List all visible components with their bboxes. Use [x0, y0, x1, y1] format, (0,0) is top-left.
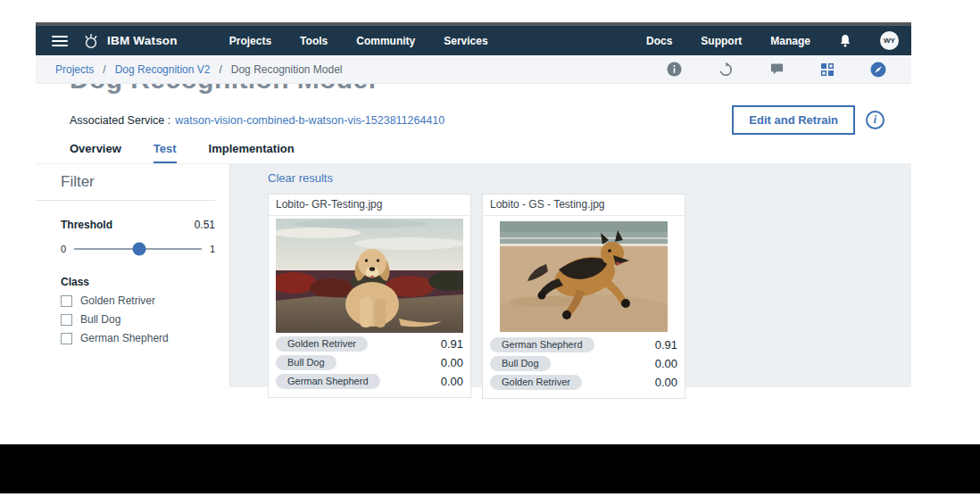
score-value: 0.00 [441, 356, 463, 369]
threshold-value: 0.51 [195, 219, 215, 231]
class-pill: Golden Retriver [490, 375, 582, 390]
score-value: 0.00 [441, 375, 463, 388]
german-shepherd-photo [500, 221, 668, 332]
nav-item-tools[interactable]: Tools [300, 35, 328, 47]
score-value: 0.00 [655, 357, 677, 370]
breadcrumb-current: Dog Recognition Model [231, 63, 343, 76]
score-rows: German Shepherd 0.91 Bull Dog 0.00 Golde… [483, 337, 685, 398]
threshold-label: Threshold [61, 219, 112, 231]
class-section-label: Class [61, 276, 215, 288]
nav-item-community[interactable]: Community [356, 35, 415, 47]
class-checkbox-german-shepherd[interactable]: German Shepherd [61, 332, 215, 344]
filter-panel: Filter Threshold 0.51 0 1 Class Golden R… [36, 164, 230, 387]
navbar: IBM Watson Projects Tools Community Serv… [36, 26, 911, 55]
checkbox-icon[interactable] [61, 314, 72, 326]
clear-results-link[interactable]: Clear results [268, 171, 333, 185]
result-filename: Lobito - GS - Testing.jpg [483, 195, 685, 216]
checkbox-icon[interactable] [61, 295, 72, 307]
nav-item-services[interactable]: Services [444, 35, 487, 47]
brand-title[interactable]: IBM Watson [107, 34, 178, 47]
threshold-slider-row: 0 1 [61, 244, 215, 254]
score-row: Bull Dog 0.00 [490, 356, 677, 371]
result-filename: Lobito- GR-Testing.jpg [269, 195, 470, 216]
threshold-slider-track[interactable] [74, 248, 202, 250]
bottom-black-bar [0, 444, 980, 493]
associated-service-label: Associated Service : [70, 114, 170, 127]
class-pill: German Shepherd [276, 374, 380, 389]
tab-overview[interactable]: Overview [70, 142, 121, 163]
checkbox-label: Golden Retriver [80, 294, 155, 307]
score-row: Golden Retriver 0.91 [276, 336, 463, 352]
class-pill: Bull Dog [490, 356, 551, 371]
nav-item-support[interactable]: Support [701, 35, 742, 47]
slider-min-label: 0 [61, 244, 66, 254]
tab-implementation[interactable]: Implementation [209, 142, 295, 163]
threshold-row: Threshold 0.51 [61, 219, 215, 231]
breadcrumb-separator: / [219, 63, 221, 76]
primary-nav: Projects Tools Community Services [229, 35, 488, 47]
score-row: Golden Retriver 0.00 [490, 375, 677, 390]
service-row: Associated Service : watson-vision-combi… [36, 96, 911, 138]
edit-retrain-button[interactable]: Edit and Retrain [732, 105, 855, 135]
checkbox-label: German Shepherd [80, 332, 169, 344]
result-card: Lobito- GR-Testing.jpg [268, 194, 471, 398]
checkbox-icon[interactable] [61, 333, 72, 344]
info-icon[interactable] [667, 62, 682, 77]
page-title-clipped: Dog Recognition Model [36, 84, 911, 96]
score-value: 0.91 [441, 337, 463, 351]
checkbox-label: Bull Dog [80, 313, 120, 326]
history-icon[interactable] [718, 62, 734, 78]
navbar-right: Docs Support Manage WY [646, 31, 899, 50]
breadcrumb-project-name[interactable]: Dog Recognition V2 [115, 63, 211, 76]
threshold-slider-handle[interactable] [132, 243, 145, 256]
watson-logo-icon [82, 32, 100, 50]
class-pill: German Shepherd [490, 337, 594, 352]
class-pill: Golden Retriver [276, 336, 368, 352]
breadcrumb-bar: Projects / Dog Recognition V2 / Dog Reco… [36, 55, 911, 84]
comment-icon[interactable] [769, 62, 785, 76]
main-area: Filter Threshold 0.51 0 1 Class Golden R… [36, 163, 911, 387]
golden-retriever-photo [276, 219, 463, 333]
versions-icon[interactable] [820, 62, 835, 77]
breadcrumb-projects[interactable]: Projects [55, 63, 94, 76]
score-row: German Shepherd 0.00 [276, 374, 463, 389]
service-actions: Edit and Retrain i [732, 105, 884, 135]
filter-divider [36, 200, 215, 201]
class-checkbox-bull-dog[interactable]: Bull Dog [61, 313, 215, 326]
class-pill: Bull Dog [276, 355, 336, 370]
nav-item-projects[interactable]: Projects [229, 35, 271, 47]
score-value: 0.00 [655, 376, 677, 389]
result-card: Lobito - GS - Testing.jpg [482, 194, 685, 399]
nav-item-docs[interactable]: Docs [646, 35, 672, 47]
page-title: Dog Recognition Model [70, 84, 911, 95]
class-checkbox-golden-retriever[interactable]: Golden Retriver [61, 294, 215, 307]
slider-max-label: 1 [210, 244, 215, 254]
score-rows: Golden Retriver 0.91 Bull Dog 0.00 Germa… [269, 336, 470, 397]
app-frame: IBM Watson Projects Tools Community Serv… [36, 22, 911, 387]
associated-service-link[interactable]: watson-vision-combined-b-watson-vis-1523… [175, 114, 444, 127]
page: IBM Watson Projects Tools Community Serv… [0, 0, 980, 497]
user-avatar[interactable]: WY [880, 31, 899, 50]
filter-heading: Filter [61, 173, 215, 191]
breadcrumb-actions [667, 62, 886, 78]
retrain-info-icon[interactable]: i [866, 111, 884, 129]
breadcrumb-separator: / [103, 63, 105, 76]
score-row: German Shepherd 0.91 [490, 337, 677, 352]
compass-icon[interactable] [870, 62, 886, 78]
results-area: Clear results Lobito- GR-Testing.jpg [230, 164, 911, 387]
score-value: 0.91 [655, 338, 677, 352]
bell-icon[interactable] [839, 34, 851, 48]
nav-item-manage[interactable]: Manage [770, 35, 810, 47]
score-row: Bull Dog 0.00 [276, 355, 463, 370]
result-cards: Lobito- GR-Testing.jpg [268, 194, 911, 399]
tab-bar: Overview Test Implementation [36, 138, 911, 163]
tab-test[interactable]: Test [154, 142, 177, 163]
hamburger-menu-icon[interactable] [52, 36, 68, 46]
